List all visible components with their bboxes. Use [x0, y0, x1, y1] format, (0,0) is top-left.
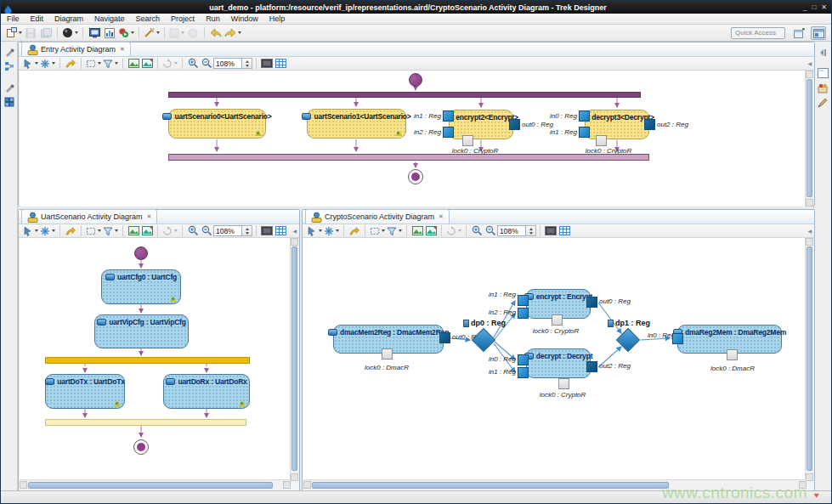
export-image-icon[interactable] [127, 225, 140, 237]
zoom-out-icon[interactable] [200, 225, 213, 237]
export-image-icon[interactable] [410, 225, 424, 237]
initial-node[interactable] [134, 246, 148, 260]
snapshot-icon[interactable] [260, 58, 274, 70]
route-icon[interactable] [348, 225, 361, 237]
crypto-diagram-canvas[interactable]: dmacMem2Reg : DmacMem2Reg out0 : Reg loc… [303, 238, 807, 481]
export-diagram-icon[interactable] [424, 225, 438, 237]
close-button[interactable]: ✕ [821, 3, 827, 11]
zoom-in-icon[interactable] [186, 225, 200, 237]
menu-run[interactable]: Run [206, 14, 220, 23]
port-dec-out2[interactable] [644, 119, 655, 130]
minimized-palette-icon[interactable] [3, 47, 15, 59]
port-dec-in1[interactable] [518, 367, 529, 378]
toolbar-collapse-icon[interactable]: ◀ [807, 228, 812, 234]
initial-node[interactable] [409, 73, 422, 87]
open-perspective-button[interactable] [792, 26, 807, 40]
report-button[interactable] [102, 25, 117, 40]
menu-diagram[interactable]: Diagram [54, 14, 83, 23]
join-bar[interactable] [168, 154, 649, 161]
refresh-icon[interactable] [161, 225, 178, 237]
zoom-level-input[interactable] [213, 58, 242, 69]
port-enc-lock0[interactable] [552, 314, 563, 326]
uart-vertical-scrollbar[interactable] [290, 238, 298, 481]
entry-vertical-scrollbar[interactable] [805, 71, 813, 207]
route-icon[interactable] [64, 225, 77, 237]
node-encrypt2[interactable]: encrypt2<Encrypt> [449, 110, 513, 139]
show-hide-icon[interactable] [85, 58, 102, 70]
diagram-select-icon[interactable] [306, 225, 323, 237]
port-enc-in1[interactable] [443, 110, 454, 122]
port-dec-in1[interactable] [579, 127, 590, 138]
menu-search[interactable]: Search [136, 14, 161, 23]
run-config-button[interactable] [117, 25, 135, 40]
grid-icon[interactable] [274, 225, 287, 237]
zoom-spinner[interactable] [526, 225, 536, 236]
zoom-in-icon[interactable] [186, 58, 200, 70]
disabled-tool-button[interactable] [168, 25, 185, 40]
entry-diagram-canvas[interactable]: uartScenario0<UartScenario> uartScenario… [20, 71, 806, 207]
grid-icon[interactable] [557, 225, 571, 237]
toolbar-collapse-icon[interactable]: ◀ [292, 228, 297, 234]
final-node[interactable] [408, 169, 423, 184]
menu-project[interactable]: Project [171, 14, 195, 23]
route-icon[interactable] [64, 58, 77, 70]
menu-file[interactable]: File [7, 14, 20, 23]
refresh-icon[interactable] [161, 58, 178, 70]
tab-cryptoscenario-activity-diagram[interactable]: CryptoScenario Activity Diagram ✕ [305, 209, 450, 224]
port-dma-in0[interactable] [672, 333, 683, 344]
tab-uartscenario-activity-diagram[interactable]: UartScenario Activity Diagram ✕ [21, 209, 157, 224]
quick-access-field[interactable]: Quick Access [731, 27, 785, 39]
port-enc-in2[interactable] [518, 308, 529, 319]
crypto-vertical-scrollbar[interactable] [805, 238, 813, 481]
properties-edit-icon[interactable] [817, 97, 829, 109]
arrange-all-icon[interactable] [323, 225, 340, 237]
zoom-in-icon[interactable] [470, 225, 484, 237]
zoom-spinner[interactable] [242, 225, 252, 236]
show-hide-icon[interactable] [85, 225, 102, 237]
save-all-button[interactable] [38, 25, 54, 40]
tab-close-icon[interactable]: ✕ [147, 213, 152, 220]
zoom-level-input[interactable] [497, 225, 526, 236]
restore-pane-icon[interactable] [817, 46, 829, 58]
export-diagram-icon[interactable] [140, 58, 154, 70]
show-hide-icon[interactable] [369, 225, 386, 237]
uart-diagram-canvas[interactable]: uartCfg0 : UartCfg uartVipCfg : UartVipC… [20, 238, 291, 481]
minimized-outline-icon[interactable] [3, 60, 15, 72]
grid-icon[interactable] [274, 58, 287, 70]
wand-button[interactable] [143, 25, 161, 40]
fork-bar[interactable] [45, 357, 250, 364]
forward-button[interactable] [224, 25, 242, 40]
export-diagram-icon[interactable] [140, 225, 154, 237]
port-enc-in1[interactable] [518, 295, 529, 306]
node-uartVipCfg[interactable]: uartVipCfg : UartVipCfg [94, 314, 189, 348]
current-perspective-button[interactable] [811, 26, 826, 40]
join-bar[interactable] [45, 419, 246, 426]
node-uartCfg0[interactable]: uartCfg0 : UartCfg [101, 269, 181, 304]
port-dec-lock0[interactable] [596, 135, 607, 146]
port-enc-out0[interactable] [509, 119, 520, 130]
fork-bar[interactable] [168, 92, 641, 98]
port-dec-out2[interactable] [586, 361, 597, 372]
node-uartDoRx[interactable]: uartDoRx : UartDoRx [163, 374, 250, 409]
diagram-select-icon[interactable] [22, 58, 39, 70]
port-dmac-lock0[interactable] [382, 348, 393, 360]
port-dec-in0[interactable] [579, 110, 590, 122]
port-enc-lock0[interactable] [462, 135, 473, 146]
debug-sphere-button[interactable] [61, 25, 79, 40]
snapshot-icon[interactable] [544, 225, 557, 237]
zoom-out-icon[interactable] [200, 58, 213, 70]
menu-window[interactable]: Window [231, 14, 258, 23]
menu-edit[interactable]: Edit [31, 14, 44, 23]
port-dec-in0[interactable] [518, 354, 529, 365]
port-enc-in2[interactable] [443, 127, 454, 138]
node-uartScenario0[interactable]: uartScenario0<UartScenario> [168, 109, 266, 139]
filter-icon[interactable] [102, 225, 119, 237]
node-decrypt[interactable]: decrypt : Decrypt [526, 348, 591, 378]
minimize-button[interactable]: _ [803, 3, 807, 11]
snapshot-icon[interactable] [260, 225, 274, 237]
node-uartScenario1[interactable]: uartScenario1<UartScenario> [307, 109, 406, 139]
port-dma-lock0[interactable] [727, 349, 738, 360]
final-node[interactable] [133, 439, 149, 455]
zoom-spinner[interactable] [242, 58, 252, 69]
outline-thumbnail-icon[interactable] [817, 67, 829, 79]
